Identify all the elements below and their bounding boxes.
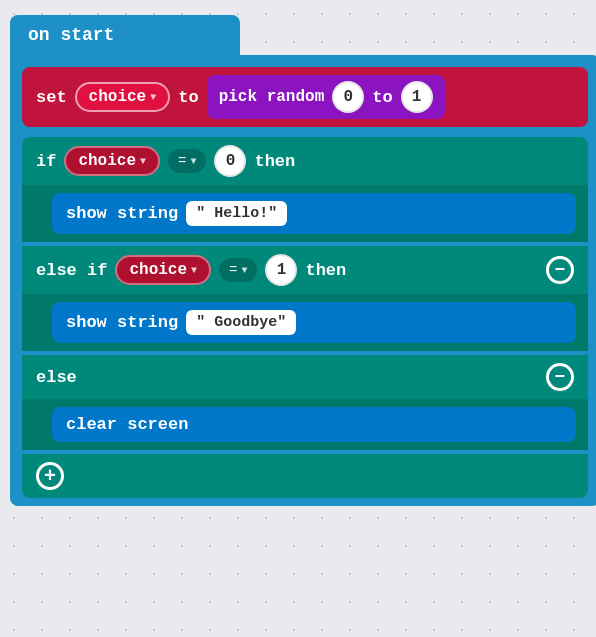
equals-dropdown-else-if[interactable]: = ▼ — [219, 258, 257, 282]
choice-if-label: choice — [78, 152, 136, 170]
else-if-section: else if choice ▼ = ▼ 1 then − — [22, 246, 588, 351]
to-label-set: to — [178, 88, 198, 107]
remove-else-if-button[interactable]: − — [546, 256, 574, 284]
choice-else-if-dropdown-icon: ▼ — [191, 265, 197, 276]
choice-else-if-label: choice — [129, 261, 187, 279]
pick-random-block: pick random 0 to 1 — [207, 75, 445, 119]
if-inner-content: show string " Hello!" — [22, 185, 588, 242]
else-section: else − clear screen — [22, 355, 588, 450]
then-label-if: then — [254, 152, 295, 171]
choice-set-dropdown-icon: ▼ — [150, 92, 156, 103]
equals-dropdown-if[interactable]: = ▼ — [168, 149, 206, 173]
else-if-value[interactable]: 1 — [265, 254, 297, 286]
on-start-label: on start — [28, 25, 114, 45]
choice-variable-else-if[interactable]: choice ▼ — [115, 255, 211, 285]
equals-dropdown-arrow-if: ▼ — [190, 156, 196, 167]
show-string-block-2: show string " Goodbye" — [52, 302, 576, 343]
else-if-label: else if — [36, 261, 107, 280]
choice-set-label: choice — [89, 88, 147, 106]
to-label-random: to — [372, 88, 392, 107]
on-start-header[interactable]: on start — [10, 15, 240, 55]
show-string-block-1: show string " Hello!" — [52, 193, 576, 234]
add-branch-button[interactable]: + — [36, 462, 64, 490]
if-block: if choice ▼ = ▼ 0 then — [22, 137, 588, 185]
show-string-label-1: show string — [66, 204, 178, 223]
equals-label-if: = — [178, 153, 186, 169]
outer-block: set choice ▼ to pick random 0 to 1 — [10, 55, 596, 506]
clear-screen-block: clear screen — [52, 407, 576, 442]
set-label: set — [36, 88, 67, 107]
else-if-inner-content: show string " Goodbye" — [22, 294, 588, 351]
string-value-1[interactable]: " Hello!" — [186, 201, 287, 226]
choice-if-dropdown-icon: ▼ — [140, 156, 146, 167]
remove-else-button[interactable]: − — [546, 363, 574, 391]
workspace: on start set choice ▼ to pick random 0 t… — [0, 0, 596, 637]
else-block: else − — [22, 355, 588, 399]
set-row: set choice ▼ to pick random 0 to 1 — [22, 67, 588, 127]
equals-dropdown-arrow-else-if: ▼ — [241, 265, 247, 276]
if-section: if choice ▼ = ▼ 0 then — [22, 137, 588, 242]
choice-variable-set[interactable]: choice ▼ — [75, 82, 171, 112]
block-container: on start set choice ▼ to pick random 0 t… — [10, 15, 590, 506]
string-value-2[interactable]: " Goodbye" — [186, 310, 296, 335]
then-label-else-if: then — [305, 261, 346, 280]
if-label: if — [36, 152, 56, 171]
bottom-row: + — [22, 454, 588, 498]
else-label: else — [36, 368, 77, 387]
random-from-value[interactable]: 0 — [332, 81, 364, 113]
if-value[interactable]: 0 — [214, 145, 246, 177]
choice-variable-if[interactable]: choice ▼ — [64, 146, 160, 176]
random-to-value[interactable]: 1 — [401, 81, 433, 113]
clear-screen-label: clear screen — [66, 415, 188, 434]
else-if-block: else if choice ▼ = ▼ 1 then − — [22, 246, 588, 294]
pick-random-label: pick random — [219, 88, 325, 106]
show-string-label-2: show string — [66, 313, 178, 332]
equals-label-else-if: = — [229, 262, 237, 278]
else-inner-content: clear screen — [22, 399, 588, 450]
